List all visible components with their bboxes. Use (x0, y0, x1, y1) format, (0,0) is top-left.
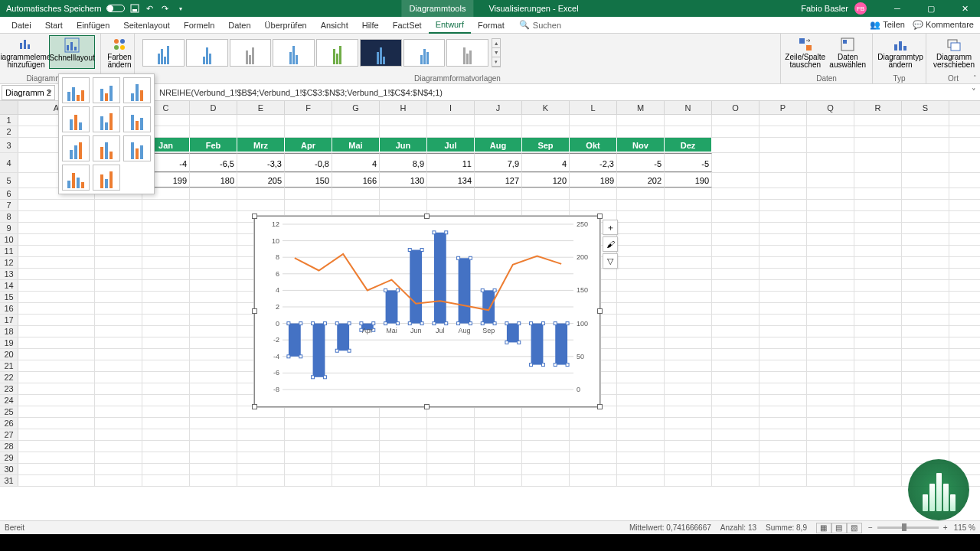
cell[interactable] (760, 337, 807, 348)
cell[interactable] (712, 383, 760, 394)
cell[interactable] (760, 223, 807, 233)
cell[interactable] (854, 292, 902, 302)
cell[interactable] (807, 173, 854, 187)
cell[interactable] (760, 246, 807, 256)
cell[interactable] (760, 257, 807, 268)
chart-style-7[interactable] (403, 39, 446, 67)
cell[interactable] (712, 406, 760, 417)
cell[interactable] (95, 280, 142, 291)
cell[interactable] (332, 406, 380, 417)
quick-layout-option-7[interactable] (62, 135, 90, 161)
cell[interactable] (190, 395, 237, 406)
cell[interactable] (760, 315, 807, 325)
cell[interactable] (665, 315, 712, 325)
cell[interactable] (617, 452, 665, 463)
cell[interactable] (18, 429, 95, 440)
cell[interactable] (522, 429, 570, 440)
cell[interactable] (854, 211, 902, 222)
cell[interactable]: 7,9 (475, 153, 522, 172)
cell[interactable] (570, 406, 617, 417)
cell[interactable] (807, 211, 854, 222)
cell[interactable] (190, 349, 237, 360)
cell[interactable] (427, 115, 475, 126)
cell[interactable] (237, 441, 285, 452)
cell[interactable] (190, 441, 237, 452)
cell[interactable] (18, 475, 95, 486)
row-header-21[interactable]: 21 (0, 360, 18, 371)
cell[interactable] (712, 211, 760, 222)
cell[interactable]: 150 (285, 173, 332, 187)
cell[interactable]: 180 (190, 173, 237, 187)
cell[interactable] (807, 303, 854, 314)
cell[interactable] (854, 126, 902, 137)
cell[interactable] (95, 315, 142, 325)
zoom-slider[interactable] (877, 527, 939, 529)
row-header-28[interactable]: 28 (0, 441, 18, 452)
embedded-chart[interactable]: -8-6-4-2024681012050100150200250AprMaiJu… (254, 216, 600, 407)
resize-handle-e[interactable] (597, 308, 603, 314)
cell[interactable] (854, 372, 902, 383)
cell[interactable] (617, 441, 665, 452)
cell[interactable] (760, 326, 807, 337)
cell[interactable] (712, 395, 760, 406)
cell[interactable] (142, 315, 190, 325)
row-header-24[interactable]: 24 (0, 395, 18, 406)
cell[interactable] (332, 475, 380, 486)
resize-handle-w[interactable] (252, 308, 257, 314)
row-header-29[interactable]: 29 (0, 452, 18, 463)
cell[interactable] (807, 200, 854, 210)
switch-row-column-button[interactable]: Zeile/Spalte tauschen (784, 35, 827, 69)
cell[interactable] (95, 464, 142, 474)
cell[interactable] (712, 372, 760, 383)
cell[interactable] (95, 257, 142, 268)
cell[interactable]: 4 (522, 153, 570, 172)
cell[interactable] (807, 429, 854, 440)
row-header-18[interactable]: 18 (0, 326, 18, 337)
chart-style-1[interactable] (142, 39, 185, 67)
select-data-button[interactable]: Daten auswählen (827, 35, 870, 69)
cell[interactable] (854, 173, 902, 187)
cell[interactable] (617, 200, 665, 210)
cell[interactable] (427, 200, 475, 210)
cell[interactable] (617, 234, 665, 245)
cell[interactable] (285, 126, 332, 137)
cell[interactable] (854, 257, 902, 268)
cell[interactable]: Nov (617, 138, 665, 152)
cell[interactable] (712, 269, 760, 279)
cell[interactable] (854, 246, 902, 256)
cell[interactable] (95, 337, 142, 348)
cell[interactable] (237, 188, 285, 199)
cell[interactable] (902, 153, 949, 172)
cell[interactable] (807, 138, 854, 152)
cell[interactable] (190, 464, 237, 474)
cell[interactable] (142, 292, 190, 302)
quick-layout-option-10[interactable] (62, 165, 90, 191)
cell[interactable] (807, 126, 854, 137)
cell[interactable] (712, 475, 760, 486)
cell[interactable] (665, 349, 712, 360)
cell[interactable] (142, 475, 190, 486)
cell[interactable] (190, 126, 237, 137)
cell[interactable] (665, 200, 712, 210)
cell[interactable] (522, 418, 570, 429)
cell[interactable] (427, 475, 475, 486)
cell[interactable] (902, 303, 949, 314)
cell[interactable] (854, 337, 902, 348)
cell[interactable] (760, 349, 807, 360)
cell[interactable] (190, 372, 237, 383)
column-header-O[interactable]: O (712, 101, 760, 114)
cell[interactable] (760, 115, 807, 126)
chart-style-4[interactable] (273, 39, 315, 67)
cell[interactable] (617, 292, 665, 302)
column-header-N[interactable]: N (665, 101, 712, 114)
chart-elements-button[interactable]: ＋ (603, 220, 618, 235)
cell[interactable] (617, 406, 665, 417)
cell[interactable] (807, 223, 854, 233)
cell[interactable] (760, 200, 807, 210)
cell[interactable] (18, 200, 95, 210)
cell[interactable] (95, 395, 142, 406)
tab-überprüfen[interactable]: Überprüfen (258, 17, 314, 34)
column-header-Q[interactable]: Q (807, 101, 854, 114)
cell[interactable] (190, 234, 237, 245)
row-header-8[interactable]: 8 (0, 211, 18, 222)
